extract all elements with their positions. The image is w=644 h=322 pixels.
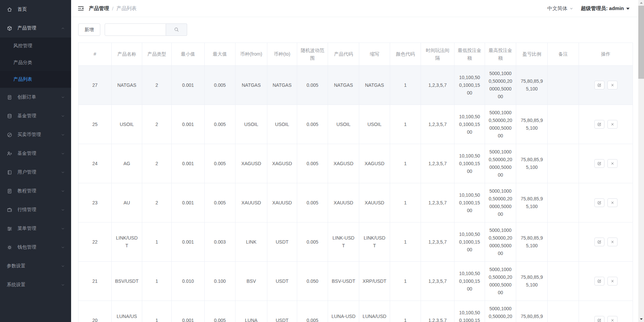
scroll-down-arrow-icon[interactable] bbox=[638, 316, 644, 322]
wallet-icon bbox=[7, 207, 12, 213]
sidebar-item-4[interactable]: 买卖币管理 bbox=[0, 125, 71, 144]
toolbar: 新增 bbox=[78, 23, 644, 36]
table-cell: 1,2,3,5,7 bbox=[421, 222, 454, 262]
delete-row-button[interactable] bbox=[607, 159, 618, 168]
table-cell: 0.001 bbox=[172, 183, 205, 222]
sidebar-item-5[interactable]: 基金管理 bbox=[0, 144, 71, 163]
order-icon bbox=[7, 94, 12, 100]
sidebar-subitem[interactable]: 风控管理 bbox=[0, 38, 71, 54]
breadcrumb-section[interactable]: 产品管理 bbox=[89, 5, 109, 12]
delete-row-button[interactable] bbox=[607, 81, 618, 89]
table-cell: 2 bbox=[142, 66, 172, 105]
table-cell: 10,100,500,1000,1500 bbox=[454, 105, 485, 144]
sidebar-item-label: 钱包管理 bbox=[17, 244, 61, 250]
table-cell: 0.003 bbox=[205, 222, 235, 262]
delete-row-button[interactable] bbox=[607, 198, 618, 207]
menu-fold-icon[interactable] bbox=[77, 5, 84, 12]
close-icon bbox=[610, 122, 615, 127]
edit-row-button[interactable] bbox=[594, 198, 604, 207]
sidebar-item-7[interactable]: 教程管理 bbox=[0, 182, 71, 200]
search-input[interactable] bbox=[105, 23, 166, 36]
column-header: 最高投注金额 bbox=[485, 43, 516, 66]
table-cell: 0.005 bbox=[205, 144, 235, 183]
chevron-down-icon bbox=[61, 170, 65, 175]
user-list-icon bbox=[7, 151, 12, 156]
chevron-up-icon bbox=[61, 26, 65, 30]
table-cell: 1,2,3,5,7 bbox=[421, 301, 454, 322]
navbar-right: 中文简体 超级管理员: admin bbox=[547, 5, 630, 12]
table-row: 24AG20.0010.005XAGUSDXAGUSD0.005XAGUSDXA… bbox=[78, 144, 633, 183]
edit-row-button[interactable] bbox=[594, 316, 604, 322]
table-cell: 5000,10000,50000,200000,500000 bbox=[485, 301, 516, 322]
sidebar-item-0[interactable]: 首页 bbox=[0, 0, 71, 19]
table-cell: 0.005 bbox=[205, 66, 235, 105]
sidebar-subitem[interactable]: 产品分类 bbox=[0, 54, 71, 71]
search-group bbox=[105, 23, 187, 36]
sidebar-item-6[interactable]: 用户管理 bbox=[0, 163, 71, 182]
delete-row-button[interactable] bbox=[607, 277, 618, 285]
table-cell: 0.005 bbox=[297, 66, 328, 105]
table-cell: BSV bbox=[235, 262, 267, 301]
table-cell bbox=[548, 144, 579, 183]
edit-row-button[interactable] bbox=[594, 159, 604, 168]
edit-icon bbox=[597, 122, 602, 127]
language-selector[interactable]: 中文简体 bbox=[547, 5, 574, 12]
delete-row-button[interactable] bbox=[607, 120, 618, 129]
scrollbar[interactable] bbox=[638, 0, 644, 322]
sidebar-item-9[interactable]: 菜单管理 bbox=[0, 219, 71, 238]
edit-row-button[interactable] bbox=[594, 238, 604, 246]
edit-icon bbox=[597, 83, 602, 87]
chevron-down-icon bbox=[61, 151, 65, 156]
sidebar-subitem[interactable]: 产品列表 bbox=[0, 71, 71, 88]
table-row: 21BSV/USDT10.0100.100BSVUSDT0.050BSV-USD… bbox=[78, 262, 633, 301]
chevron-down-icon bbox=[61, 245, 65, 250]
column-header: 最小值 bbox=[172, 43, 205, 66]
delete-row-button[interactable] bbox=[607, 316, 618, 322]
chevron-down-icon bbox=[61, 208, 65, 212]
table-row: 25USOIL20.0010.005USOILUSOIL0.005USOILUS… bbox=[78, 105, 633, 144]
search-button[interactable] bbox=[166, 23, 187, 36]
sidebar-item-11[interactable]: 参数设置 bbox=[0, 257, 71, 275]
sidebar-item-1[interactable]: 产品管理 bbox=[0, 19, 71, 38]
scrollbar-thumb[interactable] bbox=[638, 6, 644, 79]
table-cell: 1 bbox=[390, 66, 421, 105]
table-cell: 27 bbox=[78, 66, 112, 105]
sidebar-item-8[interactable]: 行情管理 bbox=[0, 200, 71, 219]
user-menu[interactable]: 超级管理员: admin bbox=[581, 5, 630, 12]
table-row: 23AU20.0010.005XAUUSDXAUUSD0.005XAUUSDXA… bbox=[78, 183, 633, 222]
scroll-up-arrow-icon[interactable] bbox=[638, 0, 644, 6]
chevron-down-icon bbox=[61, 133, 65, 137]
table-cell: XRP/USDT bbox=[359, 262, 390, 301]
products-table: #产品名称产品类型最小值最大值币种(from)币种(to)随机波动范围产品代码缩… bbox=[78, 43, 633, 322]
close-icon bbox=[610, 161, 615, 166]
sidebar-item-3[interactable]: 基金管理 bbox=[0, 107, 71, 125]
sidebar-item-label: 基金管理 bbox=[17, 150, 61, 156]
table-cell: 21 bbox=[78, 262, 112, 301]
delete-row-button[interactable] bbox=[607, 238, 618, 246]
table-cell: 75,80,85,95,100 bbox=[516, 301, 548, 322]
edit-row-button[interactable] bbox=[594, 277, 604, 285]
breadcrumb-page: 产品列表 bbox=[116, 5, 137, 12]
table-cell: 1 bbox=[390, 105, 421, 144]
table-cell: 0.001 bbox=[172, 144, 205, 183]
table-cell: 25 bbox=[78, 105, 112, 144]
table-cell: 1 bbox=[142, 222, 172, 262]
close-icon bbox=[610, 240, 615, 244]
table-cell bbox=[548, 301, 579, 322]
sidebar-item-label: 创新订单 bbox=[17, 94, 61, 100]
sidebar-item-2[interactable]: 创新订单 bbox=[0, 88, 71, 107]
edit-row-button[interactable] bbox=[594, 81, 604, 89]
chevron-down-icon bbox=[61, 114, 65, 118]
sidebar-item-10[interactable]: 钱包管理 bbox=[0, 238, 71, 257]
coins-icon bbox=[7, 113, 12, 119]
edit-row-button[interactable] bbox=[594, 120, 604, 129]
table-cell: 0.001 bbox=[172, 66, 205, 105]
table-cell-actions bbox=[579, 66, 633, 105]
table-cell: 0.005 bbox=[297, 183, 328, 222]
sidebar-item-12[interactable]: 系统设置 bbox=[0, 275, 71, 294]
table-cell: 75,80,85,95,100 bbox=[516, 144, 548, 183]
coins-icon bbox=[7, 113, 12, 119]
column-header: 最大值 bbox=[205, 43, 235, 66]
table-cell: XAGUSD bbox=[328, 144, 359, 183]
add-button[interactable]: 新增 bbox=[78, 23, 100, 36]
